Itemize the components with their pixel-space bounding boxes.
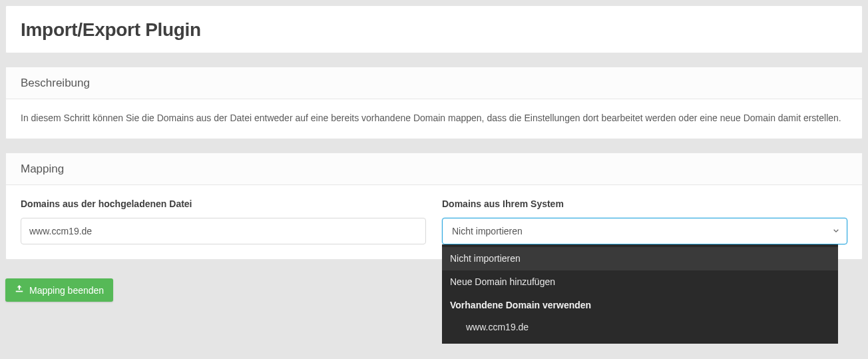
domain-select[interactable]: Nicht importieren: [442, 218, 847, 244]
svg-rect-0: [16, 291, 23, 292]
mapping-card: Mapping Domains aus der hochgeladenen Da…: [5, 153, 863, 260]
option-nicht-importieren[interactable]: Nicht importieren: [442, 247, 838, 270]
page-title-card: Import/Export Plugin: [5, 5, 863, 53]
domain-select-dropdown: Nicht importieren Neue Domain hinzufügen…: [442, 244, 838, 344]
uploaded-domains-label: Domains aus der hochgeladenen Datei: [21, 197, 426, 211]
domain-select-value: Nicht importieren: [452, 224, 523, 238]
mapping-heading: Mapping: [6, 153, 862, 185]
finish-mapping-label: Mapping beenden: [29, 285, 104, 296]
option-group-vorhandene: Vorhandene Domain verwenden: [442, 294, 838, 316]
chevron-down-icon: [833, 224, 839, 238]
description-card: Beschreibung In diesem Schritt können Si…: [5, 67, 863, 139]
domain-select-wrap: Nicht importieren Nicht importieren Neue…: [442, 218, 847, 244]
system-domains-label: Domains aus Ihrem System: [442, 197, 847, 211]
description-text: In diesem Schritt können Sie die Domains…: [6, 99, 862, 139]
description-heading: Beschreibung: [6, 67, 862, 99]
option-existing-domain-0[interactable]: www.ccm19.de: [442, 316, 838, 338]
uploaded-domain-value: www.ccm19.de: [21, 218, 426, 244]
option-neue-domain[interactable]: Neue Domain hinzufügen: [442, 270, 838, 294]
mapping-body: Domains aus der hochgeladenen Datei www.…: [6, 185, 862, 259]
finish-mapping-button[interactable]: Mapping beenden: [5, 278, 113, 302]
upload-icon: [15, 284, 24, 296]
page-title: Import/Export Plugin: [6, 6, 862, 53]
